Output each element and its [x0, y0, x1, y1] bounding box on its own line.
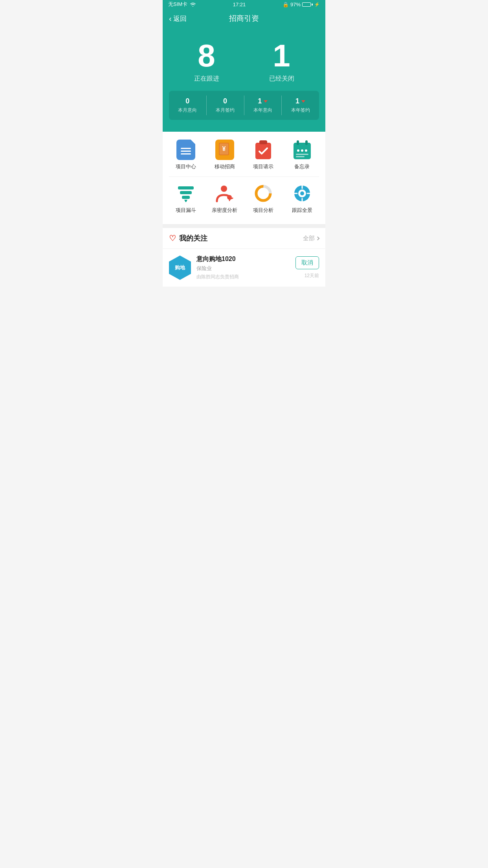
sub-stats-bar: 0 本月意向 0 本月签约 1 本年意向 1 本年签约 — [169, 91, 319, 120]
monthly-contract-label: 本月签约 — [207, 107, 244, 114]
status-right: 🔒 97% ⚡ — [283, 2, 320, 7]
back-chevron-icon: ‹ — [169, 14, 172, 23]
analysis-icon — [253, 183, 273, 204]
document-lines — [181, 145, 191, 154]
menu-row-1: 项目中心 ¥ 移动招商 — [163, 140, 325, 177]
svg-rect-14 — [178, 186, 194, 189]
monthly-contract-value: 0 — [207, 97, 244, 105]
yearly-contract-label: 本年签约 — [282, 107, 319, 114]
svg-point-18 — [221, 186, 227, 192]
mobile-invest-icon: ¥ — [215, 140, 235, 160]
menu-memo[interactable]: 备忘录 — [283, 140, 322, 170]
status-left: 无SIM卡 — [168, 1, 196, 8]
menu-project-request[interactable]: 项目请示 — [244, 140, 283, 170]
funnel-svg-icon — [177, 185, 194, 202]
follows-header: ♡ 我的关注 全部 — [163, 228, 325, 249]
menu-relation[interactable]: 亲密度分析 — [205, 183, 244, 214]
follows-title-text: 我的关注 — [179, 234, 207, 243]
yearly-contract-value: 1 — [282, 97, 319, 105]
menu-analysis[interactable]: 项目分析 — [244, 183, 283, 214]
cancel-follow-button[interactable]: 取消 — [295, 256, 319, 269]
following-count: 8 — [194, 40, 219, 72]
yearly-intention-label: 本年意向 — [244, 107, 282, 114]
relation-icon — [215, 183, 235, 204]
closed-count: 1 — [269, 40, 294, 72]
follow-industry: 保险业 — [196, 265, 290, 272]
analysis-label: 项目分析 — [253, 207, 273, 214]
battery-icon — [302, 2, 313, 7]
document-icon — [176, 140, 195, 160]
svg-rect-16 — [182, 196, 190, 199]
follows-section: ♡ 我的关注 全部 购地 意向购地1020 保险业 由陈胜同志负责招商 取消 1… — [163, 228, 325, 287]
svg-rect-4 — [255, 143, 271, 159]
svg-point-22 — [259, 189, 267, 197]
menu-tracking[interactable]: 跟踪全景 — [283, 183, 322, 214]
svg-point-10 — [301, 149, 303, 152]
donut-icon — [254, 184, 273, 203]
project-center-label: 项目中心 — [176, 163, 196, 170]
location-icon — [293, 184, 312, 203]
status-bar: 无SIM卡 17:21 🔒 97% ⚡ — [163, 0, 325, 9]
wifi-icon — [190, 2, 196, 7]
closed-label: 已经关闭 — [269, 75, 294, 83]
clipboard-icon — [254, 140, 273, 160]
menu-project-center[interactable]: 项目中心 — [167, 140, 205, 170]
section-separator — [163, 224, 325, 228]
person-icon — [215, 184, 234, 203]
battery-percent: 97% — [290, 2, 301, 7]
down-arrow-icon-2 — [301, 100, 305, 103]
svg-point-9 — [297, 149, 299, 152]
svg-rect-15 — [180, 191, 192, 194]
svg-rect-12 — [296, 154, 308, 155]
follow-hex-badge: 购地 — [169, 256, 191, 280]
calendar-icon — [293, 140, 312, 160]
back-button[interactable]: ‹ 返回 — [169, 14, 187, 23]
following-stat: 8 正在跟进 — [194, 40, 219, 83]
follow-manager: 由陈胜同志负责招商 — [196, 274, 290, 280]
follows-all-button[interactable]: 全部 — [303, 235, 319, 242]
follow-item: 购地 意向购地1020 保险业 由陈胜同志负责招商 取消 12天前 — [163, 249, 325, 287]
svg-point-25 — [300, 191, 304, 195]
svg-rect-7 — [297, 140, 299, 145]
closed-stat: 1 已经关闭 — [269, 40, 294, 83]
svg-text:¥: ¥ — [222, 145, 226, 152]
charging-icon: ⚡ — [314, 2, 320, 7]
svg-rect-13 — [296, 156, 305, 157]
monthly-intention-label: 本月意向 — [169, 107, 206, 114]
follow-time: 12天前 — [305, 272, 319, 279]
project-request-label: 项目请示 — [253, 163, 273, 170]
mobile-invest-label: 移动招商 — [215, 163, 235, 170]
nav-bar: ‹ 返回 招商引资 — [163, 9, 325, 28]
down-arrow-icon — [264, 100, 268, 103]
funnel-icon — [176, 183, 196, 204]
sim-status: 无SIM卡 — [168, 1, 187, 8]
monthly-intention-value: 0 — [169, 97, 206, 105]
memo-icon — [292, 140, 312, 160]
project-center-icon — [176, 140, 196, 160]
svg-point-11 — [305, 149, 307, 152]
yearly-intention: 1 本年意向 — [244, 96, 282, 115]
chevron-right-icon — [316, 236, 320, 240]
heart-icon: ♡ — [169, 234, 176, 243]
hero-section: 8 正在跟进 1 已经关闭 0 本月意向 0 本月签约 1 本年意向 — [163, 28, 325, 132]
svg-rect-8 — [305, 140, 308, 145]
tracking-icon — [292, 183, 312, 204]
menu-funnel[interactable]: 项目漏斗 — [167, 183, 205, 214]
project-request-icon — [253, 140, 273, 160]
follow-info: 意向购地1020 保险业 由陈胜同志负责招商 — [196, 255, 290, 280]
monthly-intention: 0 本月意向 — [169, 96, 207, 115]
menu-section: 项目中心 ¥ 移动招商 — [163, 132, 325, 224]
yearly-contract: 1 本年签约 — [282, 96, 319, 115]
lock-icon: 🔒 — [283, 2, 289, 7]
doc-line-1 — [181, 148, 191, 149]
time-display: 17:21 — [233, 2, 246, 7]
doc-line-3 — [181, 153, 191, 154]
svg-rect-5 — [259, 140, 267, 144]
page-title: 招商引资 — [229, 13, 259, 24]
tracking-label: 跟踪全景 — [292, 207, 312, 214]
yearly-intention-value: 1 — [244, 97, 282, 105]
following-label: 正在跟进 — [194, 75, 219, 83]
funnel-label: 项目漏斗 — [176, 207, 196, 214]
doc-line-2 — [181, 151, 191, 152]
menu-mobile-invest[interactable]: ¥ 移动招商 — [205, 140, 244, 170]
